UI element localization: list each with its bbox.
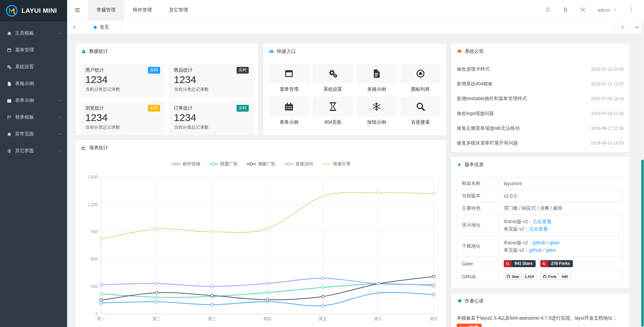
gitee-badge[interactable]: G941 Stars xyxy=(504,260,536,267)
legend-marker-icon xyxy=(171,162,181,166)
header-tab-组件管理[interactable]: 组件管理 xyxy=(124,0,160,20)
quick-entry-系统设置[interactable]: 系统设置 xyxy=(313,64,353,92)
svg-text:周五: 周五 xyxy=(319,317,327,321)
layui-doc-badge[interactable]: layui文档 xyxy=(457,324,482,327)
tab-scroll-left-button[interactable] xyxy=(67,21,82,34)
github-star-badge[interactable]: Star1,419 xyxy=(504,274,537,280)
vdots-icon xyxy=(629,7,634,12)
github-fork-badge[interactable]: Fork440 xyxy=(540,274,571,280)
legend-item-邮件营销[interactable]: 邮件营销 xyxy=(171,161,200,167)
more-actions-button[interactable] xyxy=(629,7,634,13)
link-gitee[interactable]: gitee xyxy=(546,247,556,253)
stat-desc: 当前分类总记录数 xyxy=(174,86,249,92)
scrollbar-thumb[interactable] xyxy=(641,160,644,327)
version-row-value: Star1,419Fork440 xyxy=(499,271,624,283)
svg-text:1,200: 1,200 xyxy=(88,202,98,207)
svg-text:0: 0 xyxy=(96,312,98,316)
sidebar-item-菜单管理[interactable]: 菜单管理 xyxy=(0,42,67,58)
stat-desc: 当前分类总记录数 xyxy=(174,124,249,130)
quick-entry-百度搜索[interactable]: 百度搜索 xyxy=(400,97,441,125)
notice-item[interactable]: 新增treetable插件和菜单管理样式2019-07-05 14:28 xyxy=(457,91,624,106)
legend-label: 视频广告 xyxy=(258,161,276,167)
legend-item-直接访问[interactable]: 直接访问 xyxy=(284,161,313,167)
sidebar-item-表单示例[interactable]: 表单示例 xyxy=(0,92,67,109)
stat-value: 1234 xyxy=(174,74,249,85)
header-nav-tabs: 常规管理组件管理其它管理 xyxy=(88,0,197,20)
legend-item-视频广告[interactable]: 视频广告 xyxy=(247,161,276,167)
notice-item[interactable]: 修复左侧菜单缩放tab无法移动2019-06-17 11:55 xyxy=(457,121,624,136)
sidebar-item-其它界面[interactable]: 其它界面 xyxy=(0,142,67,159)
version-row-Github: GithubStar1,419Fork440 xyxy=(457,271,624,283)
sidebar-item-异常页面[interactable]: 异常页面 xyxy=(0,126,67,142)
quick-entry-表单示例[interactable]: 表单示例 xyxy=(269,97,309,125)
chevron-right-icon xyxy=(620,25,625,30)
notice-item[interactable]: 修改选项卡样式2019-07-11 23:06 xyxy=(457,62,624,77)
refresh-button[interactable] xyxy=(545,7,551,13)
stat-label: 商品统计 xyxy=(174,67,193,73)
gitee-badge[interactable]: G278 Forks xyxy=(540,260,573,267)
main-area: 常规管理组件管理其它管理 admin 首页 xyxy=(67,0,644,327)
sidebar-item-label: 系统设置 xyxy=(15,64,62,70)
paper-plane-icon xyxy=(457,298,462,303)
header-tab-常规管理[interactable]: 常规管理 xyxy=(88,0,124,20)
svg-text:周四: 周四 xyxy=(263,317,271,321)
stat-desc: 当前分类总记录数 xyxy=(85,86,160,92)
version-row-label: 下载地址 xyxy=(457,236,499,257)
header-tab-其它管理[interactable]: 其它管理 xyxy=(160,0,197,20)
quick-entry-表格示例[interactable]: 表格示例 xyxy=(356,64,397,92)
tab-scroll-right-button[interactable] xyxy=(615,21,630,34)
legend-item-搜索引擎[interactable]: 搜索引擎 xyxy=(322,161,351,167)
stat-box-top: 订单统计实时 xyxy=(174,105,249,112)
notice-item[interactable]: 新增系统404模板2019-07-11 12:57 xyxy=(457,77,624,91)
quick-entry-按钮示例[interactable]: 按钮示例 xyxy=(356,97,397,125)
card-quick-entry: 快捷入口 菜单管理系统设置表格示例图标列表表单示例404页面按钮示例百度搜索 xyxy=(263,44,446,135)
card-data-stats: 数据统计 用户统计实时1234当前分类总记录数商品统计实时1234当前分类总记录… xyxy=(76,44,258,135)
sidebar-item-label: 表格示例 xyxy=(15,81,62,87)
card-title: 快捷入口 xyxy=(277,48,296,54)
expand-button[interactable] xyxy=(580,7,586,13)
version-row-下载地址: 下载地址iframe版-v2：github / gitee单页版-v2：gith… xyxy=(457,236,624,257)
card-report-stats: 报表统计 邮件营销联盟广告视频广告直接访问搜索引擎 03006009001,20… xyxy=(76,140,446,327)
svg-text:周六: 周六 xyxy=(374,317,382,321)
stat-value: 1234 xyxy=(174,112,249,123)
quick-entry-菜单管理[interactable]: 菜单管理 xyxy=(269,64,309,92)
author-words-body: 本模板基于layui2.5.4以及font-awesome-4.7.0进行实现。… xyxy=(451,309,629,327)
link-点击查看[interactable]: 点击查看 xyxy=(529,226,548,232)
svg-text:300: 300 xyxy=(91,284,98,289)
legend-label: 搜索引擎 xyxy=(333,161,351,167)
legend-marker-icon xyxy=(322,162,331,166)
legend-item-联盟广告[interactable]: 联盟广告 xyxy=(209,161,238,167)
version-row-label: Github xyxy=(457,271,499,283)
notice-text: 新增系统404模板 xyxy=(457,81,493,87)
version-link-line: iframe版-v2：github / gitee xyxy=(504,239,619,246)
link-点击查看[interactable]: 点击查看 xyxy=(533,219,551,224)
tab-home[interactable]: 首页 xyxy=(82,21,121,34)
sidebar-item-系统设置[interactable]: 系统设置 xyxy=(0,58,67,75)
sidebar-toggle-button[interactable] xyxy=(67,0,88,20)
trash-button[interactable] xyxy=(563,7,568,13)
github-badge-action: Star xyxy=(512,275,519,279)
notice-item[interactable]: 修改logo缩放问题2019-07-04 11:02 xyxy=(457,106,624,121)
notice-date: 2019-07-05 14:28 xyxy=(591,96,624,101)
sidebar-item-登录模板[interactable]: 登录模板 xyxy=(0,109,67,126)
link-github[interactable]: github xyxy=(529,247,542,253)
home-icon xyxy=(7,132,12,137)
link-github[interactable]: github xyxy=(533,240,545,245)
stat-box-top: 浏览统计实时 xyxy=(85,105,160,112)
stat-box-商品统计: 商品统计实时1234当前分类总记录数 xyxy=(169,64,253,97)
link-gitee[interactable]: gitee xyxy=(549,240,559,245)
stat-value: 1234 xyxy=(85,74,160,85)
calendar-icon xyxy=(284,101,294,112)
version-row-label: Gitee xyxy=(457,257,499,271)
link-prefix: iframe版-v2： xyxy=(504,219,533,224)
quick-entry-图标列表[interactable]: 图标列表 xyxy=(400,64,441,92)
sidebar-item-主页模板[interactable]: 主页模板 xyxy=(0,25,67,42)
user-dropdown[interactable]: admin xyxy=(598,7,616,13)
notice-text: 新增treetable插件和菜单管理样式 xyxy=(457,96,527,102)
quick-entry-404页面[interactable]: 404页面 xyxy=(313,97,353,125)
sidebar-item-表格示例[interactable]: 表格示例 xyxy=(0,75,67,92)
notice-item[interactable]: 修复多模块菜单栏展开有问题2019-06-13 14:53 xyxy=(457,136,624,151)
search-icon xyxy=(415,101,426,112)
right-column: 系统公告 修改选项卡样式2019-07-11 23:06新增系统404模板201… xyxy=(451,44,629,327)
fire-icon xyxy=(457,162,462,167)
